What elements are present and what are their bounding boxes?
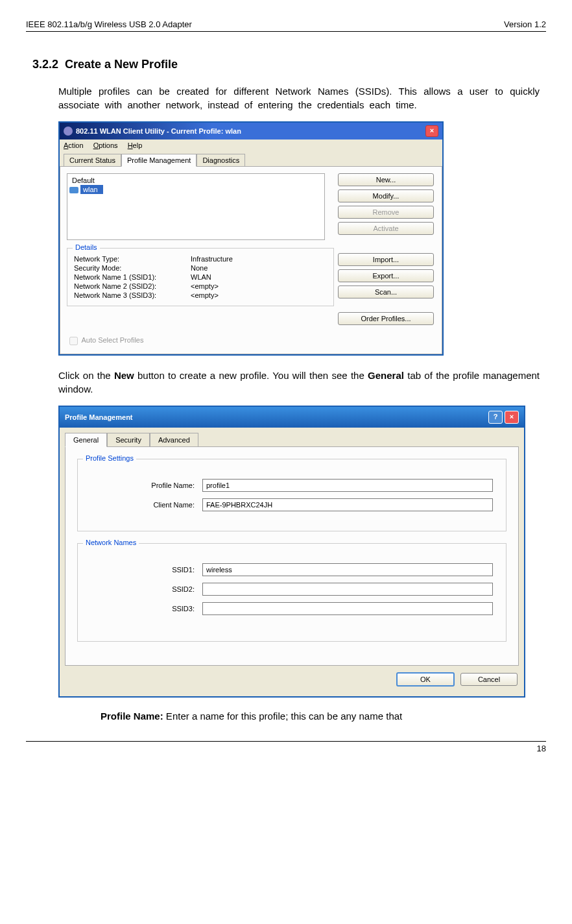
details-group: Details Network Type:Infrastructure Secu…: [67, 248, 334, 306]
wlan-utility-window: 802.11 WLAN Client Utility - Current Pro…: [58, 121, 444, 356]
menu-help[interactable]: Help: [128, 141, 143, 149]
menu-bar: Action Options Help: [60, 140, 442, 151]
details-legend: Details: [73, 243, 100, 251]
tab-general[interactable]: General: [65, 433, 107, 447]
bullet-marker: [75, 711, 101, 722]
window-title-text: Profile Management: [65, 413, 133, 421]
remove-button: Remove: [338, 206, 434, 219]
profile-management-window: Profile Management ? × General Security …: [58, 406, 525, 698]
ssid2-label: SSID2:: [91, 585, 202, 593]
detail-value: <empty>: [191, 282, 219, 290]
menu-action[interactable]: Action: [64, 141, 84, 149]
profile-item-wlan[interactable]: wlan: [69, 185, 322, 194]
profile-buttons-bottom: Import... Export... Scan... Order Profil…: [338, 253, 435, 328]
export-button[interactable]: Export...: [338, 269, 434, 282]
tab-strip: Current Status Profile Management Diagno…: [60, 151, 442, 166]
dialog-buttons: OK Cancel: [60, 666, 524, 696]
list-item-label: Profile Name:: [101, 711, 163, 722]
tab-profile-management[interactable]: Profile Management: [121, 154, 197, 167]
client-name-input[interactable]: [202, 498, 493, 511]
detail-value: <empty>: [191, 291, 219, 299]
section-heading: 3.2.2 Create a New Profile: [32, 58, 546, 71]
paragraph-2: Click on the New button to create a new …: [58, 369, 540, 396]
tab-content: Default wlan New... Modify... Remove Act…: [60, 166, 442, 354]
header-right: Version 1.2: [504, 19, 546, 29]
ssid2-input[interactable]: [202, 583, 493, 596]
auto-select-label: Auto Select Profiles: [81, 336, 143, 344]
detail-label: Network Name 2 (SSID2):: [74, 282, 191, 290]
wlan-icon: [69, 187, 78, 193]
profile-name-input[interactable]: [202, 479, 493, 492]
ok-button[interactable]: OK: [396, 672, 455, 687]
help-icon[interactable]: ?: [488, 411, 503, 424]
network-names-group: Network Names SSID1: SSID2: SSID3:: [77, 543, 506, 642]
detail-value: WLAN: [191, 273, 211, 281]
import-button[interactable]: Import...: [338, 253, 434, 266]
detail-label: Network Name 1 (SSID1):: [74, 273, 191, 281]
header-left: IEEE 802.11a/b/g Wireless USB 2.0 Adapte…: [26, 19, 192, 29]
ssid3-input[interactable]: [202, 602, 493, 615]
auto-select-row: Auto Select Profiles: [67, 335, 435, 347]
tab-current-status[interactable]: Current Status: [64, 154, 121, 166]
detail-label: Security Mode:: [74, 264, 191, 272]
detail-label: Network Name 3 (SSID3):: [74, 291, 191, 299]
ssid1-input[interactable]: [202, 563, 493, 576]
page-number: 18: [537, 744, 546, 753]
client-name-label: Client Name:: [91, 501, 202, 509]
scan-button[interactable]: Scan...: [338, 286, 434, 298]
profile-name-label: Profile Name:: [91, 481, 202, 489]
tab-security[interactable]: Security: [107, 433, 150, 446]
ssid1-label: SSID1:: [91, 566, 202, 574]
page-footer: 18: [26, 741, 546, 753]
auto-select-checkbox: [69, 337, 78, 345]
order-profiles-button[interactable]: Order Profiles...: [338, 312, 434, 325]
profile-list[interactable]: Default wlan: [67, 173, 325, 240]
fieldset-legend: Network Names: [83, 539, 139, 546]
close-icon[interactable]: ×: [505, 411, 519, 424]
profile-buttons-top: New... Modify... Remove Activate: [338, 173, 435, 238]
profile-item-default[interactable]: Default: [69, 176, 322, 185]
detail-label: Network Type:: [74, 255, 191, 263]
window-titlebar: 802.11 WLAN Client Utility - Current Pro…: [60, 123, 442, 140]
new-button[interactable]: New...: [338, 173, 434, 186]
activate-button: Activate: [338, 222, 434, 235]
fieldset-legend: Profile Settings: [83, 454, 136, 462]
list-item-text: Enter a name for this profile; this can …: [163, 711, 403, 722]
detail-value: None: [191, 264, 208, 272]
profile-settings-group: Profile Settings Profile Name: Client Na…: [77, 459, 506, 531]
tab-diagnostics[interactable]: Diagnostics: [197, 154, 245, 166]
app-icon: [64, 127, 73, 136]
ssid3-label: SSID3:: [91, 605, 202, 613]
menu-options[interactable]: Options: [93, 141, 118, 149]
tab-strip: General Security Advanced: [60, 428, 524, 446]
tab-advanced[interactable]: Advanced: [150, 433, 198, 446]
cancel-button[interactable]: Cancel: [460, 673, 518, 686]
window-title-text: 802.11 WLAN Client Utility - Current Pro…: [76, 127, 241, 135]
page-header: IEEE 802.11a/b/g Wireless USB 2.0 Adapte…: [26, 19, 546, 32]
paragraph-1: Multiple profiles can be created for dif…: [58, 84, 540, 112]
modify-button[interactable]: Modify...: [338, 189, 434, 202]
detail-value: Infrastructure: [191, 255, 233, 263]
bullet-item: Profile Name: Enter a name for this prof…: [75, 711, 540, 722]
tab-content: Profile Settings Profile Name: Client Na…: [65, 446, 519, 666]
close-icon[interactable]: ×: [425, 125, 438, 137]
window-titlebar: Profile Management ? ×: [60, 407, 524, 428]
